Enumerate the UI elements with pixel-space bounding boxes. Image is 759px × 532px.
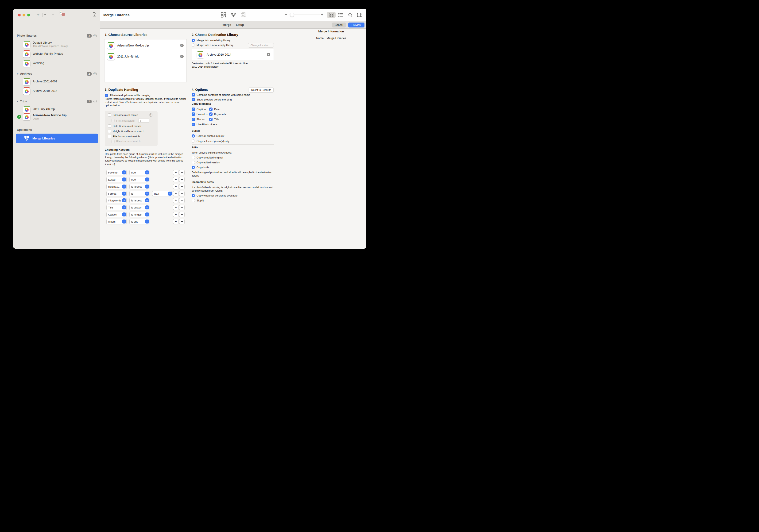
burst-copy-all-radio[interactable] xyxy=(192,134,195,137)
add-rule-button[interactable]: + xyxy=(173,177,179,182)
add-rule-button[interactable]: + xyxy=(173,191,179,196)
metadata-favorites-checkbox[interactable]: ✓ xyxy=(192,112,195,116)
add-library-button[interactable]: + xyxy=(37,12,39,18)
copy-edited-radio[interactable] xyxy=(192,161,195,164)
change-location-button[interactable]: Change location... xyxy=(248,43,274,48)
keeper-value-dropdown[interactable]: HEIF xyxy=(152,191,172,196)
add-rule-button[interactable]: + xyxy=(173,184,179,189)
collapse-chevron-icon[interactable]: ∨ xyxy=(17,100,19,102)
keeper-op-dropdown[interactable]: is largest xyxy=(129,184,149,189)
metadata-title-checkbox[interactable]: ✓ xyxy=(209,118,213,121)
keeper-field-dropdown[interactable]: Title xyxy=(106,205,127,210)
add-rule-button[interactable]: + xyxy=(173,170,179,175)
copy-photos-icon[interactable] xyxy=(240,12,246,18)
metadata-date-checkbox[interactable]: ✓ xyxy=(209,107,213,111)
remove-rule-button[interactable]: − xyxy=(179,170,184,175)
sidebar-item-archive-2010-2014[interactable]: Archive 2010-2014 xyxy=(23,86,57,95)
grid-view-button[interactable] xyxy=(327,12,336,18)
remove-rule-button[interactable]: − xyxy=(179,191,184,196)
eliminate-duplicates-checkbox[interactable]: ✓ xyxy=(105,94,108,97)
search-icon[interactable] xyxy=(348,13,353,18)
date-time-match-checkbox[interactable] xyxy=(108,125,111,128)
merge-libraries-tool-icon[interactable] xyxy=(231,12,236,18)
remove-rule-button[interactable]: − xyxy=(179,212,184,217)
remove-source-icon[interactable]: ✕ xyxy=(180,44,184,47)
keeper-op-dropdown[interactable]: true xyxy=(129,170,149,175)
skip-it-radio[interactable] xyxy=(192,199,195,202)
checkbox-label: Keywords xyxy=(214,113,226,116)
zoom-window-button[interactable] xyxy=(27,14,30,17)
metadata-places-checkbox[interactable]: ✓ xyxy=(192,118,195,121)
height-width-match-checkbox[interactable] xyxy=(108,130,111,133)
slider-knob[interactable] xyxy=(290,13,294,17)
sidebar-item-archive-2001-2009[interactable]: Archive 2001-2009 xyxy=(23,77,57,86)
cancel-button[interactable]: Cancel xyxy=(332,22,346,27)
destination-library-row[interactable]: Archive 2010-2014 xyxy=(197,51,231,58)
minimize-window-button[interactable] xyxy=(22,14,25,17)
keeper-field-dropdown[interactable]: Height &... xyxy=(106,184,127,189)
reset-to-defaults-button[interactable]: Reset to Defaults xyxy=(249,88,274,92)
add-rule-button[interactable]: + xyxy=(173,198,179,203)
remove-destination-icon[interactable]: ✕ xyxy=(267,53,270,57)
remove-library-button[interactable]: − xyxy=(52,13,54,17)
keeper-op-dropdown[interactable]: is custom xyxy=(129,205,149,210)
remove-rule-button[interactable]: − xyxy=(179,198,184,203)
keeper-op-dropdown[interactable]: is largest xyxy=(129,198,149,203)
source-library-row[interactable]: 2011 July 4th trip xyxy=(107,53,139,60)
keeper-op-dropdown[interactable]: true xyxy=(129,177,149,182)
sidebar-item-arizona-new-mexico-trip[interactable]: Arizona/New Mexico tripOpen xyxy=(23,112,66,121)
close-window-button[interactable] xyxy=(18,14,21,17)
file-format-match-checkbox[interactable] xyxy=(108,135,111,138)
help-icon[interactable]: ? xyxy=(149,113,152,117)
keeper-op-dropdown[interactable]: is xyxy=(129,191,149,196)
file-size-match-checkbox[interactable] xyxy=(111,140,115,143)
collapse-chevron-icon[interactable]: ∨ xyxy=(17,73,19,75)
preview-button[interactable]: Preview xyxy=(348,22,365,27)
metadata-caption-checkbox[interactable]: ✓ xyxy=(192,107,195,111)
find-duplicates-icon[interactable] xyxy=(221,12,226,18)
keeper-field-dropdown[interactable]: Album xyxy=(106,219,127,224)
library-info-document-icon[interactable] xyxy=(93,12,97,17)
copy-both-radio[interactable] xyxy=(192,166,195,169)
remove-rule-button[interactable]: − xyxy=(179,205,184,210)
add-library-chevron-icon[interactable] xyxy=(44,14,47,16)
merge-existing-radio[interactable] xyxy=(192,39,195,42)
keeper-field-dropdown[interactable]: Caption xyxy=(106,212,127,217)
remove-rule-button[interactable]: − xyxy=(179,184,184,189)
zoom-out-icon[interactable]: − xyxy=(285,13,287,17)
section-menu-button[interactable]: ••• xyxy=(94,100,97,103)
keeper-field-dropdown[interactable]: Favorite xyxy=(106,170,127,175)
metadata-keywords-checkbox[interactable]: ✓ xyxy=(209,112,213,116)
add-rule-button[interactable]: + xyxy=(173,212,179,217)
keeper-field-dropdown[interactable]: # keywords xyxy=(106,198,127,203)
copy-unedited-radio[interactable] xyxy=(192,156,195,159)
merge-new-radio[interactable] xyxy=(192,43,195,47)
add-rule-button[interactable]: + xyxy=(173,205,179,210)
section-menu-button[interactable]: ••• xyxy=(94,34,97,37)
sidebar-item-default-library[interactable]: Default LibraryiCloud Photos, Optimize S… xyxy=(23,39,68,49)
sidebar-item-merge-libraries[interactable]: Merge Libraries xyxy=(16,133,98,143)
metadata-live-photo-checkbox[interactable]: ✓ xyxy=(192,123,195,126)
first-characters-field[interactable]: 8 xyxy=(138,119,149,123)
keeper-op-dropdown[interactable]: is any xyxy=(129,219,149,224)
zoom-in-icon[interactable]: + xyxy=(321,13,323,17)
remove-rule-button[interactable]: − xyxy=(179,219,184,224)
keeper-field-dropdown[interactable]: Format xyxy=(106,191,127,196)
keeper-field-dropdown[interactable]: Edited xyxy=(106,177,127,182)
keeper-op-dropdown[interactable]: is longest xyxy=(129,212,149,217)
burst-copy-selected-radio[interactable] xyxy=(192,139,195,143)
show-preview-checkbox[interactable]: ✓ xyxy=(192,98,195,101)
sidebar-item-wedding[interactable]: Wedding xyxy=(23,58,44,68)
inspector-panel-toggle-icon[interactable] xyxy=(357,13,362,17)
copy-available-radio[interactable] xyxy=(192,194,195,197)
source-library-row[interactable]: Arizona/New Mexico trip xyxy=(107,42,149,49)
section-menu-button[interactable]: ••• xyxy=(94,72,97,75)
list-view-button[interactable] xyxy=(338,13,343,17)
combine-albums-checkbox[interactable]: ✓ xyxy=(192,93,195,96)
sidebar-item-webster-family-photos[interactable]: Webster Family Photos xyxy=(23,49,63,58)
remove-source-icon[interactable]: ✕ xyxy=(180,55,184,58)
add-rule-button[interactable]: + xyxy=(173,219,179,224)
remove-rule-button[interactable]: − xyxy=(179,177,184,182)
first-characters-checkbox[interactable] xyxy=(111,119,115,122)
filename-match-checkbox[interactable] xyxy=(108,113,111,117)
